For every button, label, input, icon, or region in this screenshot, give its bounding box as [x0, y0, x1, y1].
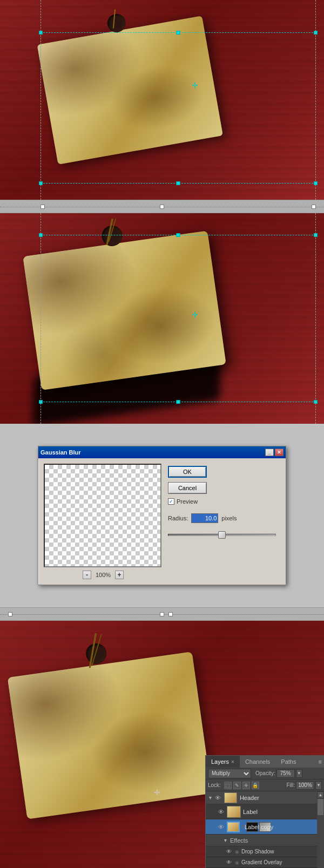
zoom-in-button[interactable]: +	[115, 571, 124, 579]
preview-canvas	[44, 464, 161, 567]
lock-fill-toolbar: Lock: ⬚ ✎ ✛ 🔒 Fill: ▼	[206, 779, 324, 791]
layer-label-copy-eye-icon[interactable]: 👁	[217, 823, 225, 831]
tab-channels[interactable]: Channels	[240, 756, 275, 768]
cancel-button[interactable]: Cancel	[168, 482, 207, 494]
dialog-title: Gaussian Blur	[40, 449, 81, 456]
group-eye-icon[interactable]: 👁	[214, 794, 222, 802]
opacity-control: Opacity: ▼	[255, 769, 302, 778]
zoom-label: 100%	[96, 572, 111, 578]
effect-drop-shadow-eye[interactable]: 👁	[225, 848, 233, 856]
layer-label-thumb	[227, 806, 241, 818]
blend-opacity-toolbar: Multiply Opacity: ▼	[206, 768, 324, 779]
dialog-content: - 100% + OK Cancel ✓ Preview Radius: pix…	[38, 458, 286, 585]
effects-label: Effects	[230, 837, 248, 844]
layer-label-name: Label	[243, 809, 322, 815]
layer-label-copy-thumb	[227, 822, 240, 832]
radius-slider-track	[168, 534, 276, 536]
effect-gradient-eye[interactable]: 👁	[225, 859, 233, 866]
separator-2	[0, 607, 324, 621]
fill-control: Fill: ▼	[286, 781, 322, 790]
lock-position-icon[interactable]: ✛	[242, 782, 250, 789]
layer-label-copy-name: Label copy	[245, 824, 273, 830]
layer-item-label[interactable]: 👁 Label	[206, 804, 324, 819]
opacity-arrow[interactable]: ▼	[296, 769, 302, 778]
opacity-label: Opacity:	[255, 770, 275, 776]
scroll-up-arrow[interactable]: ▲	[317, 791, 324, 798]
layers-tabs: Layers × Channels Paths ≡	[206, 756, 324, 768]
dialog-controls: OK Cancel ✓ Preview Radius: pixels	[168, 464, 280, 579]
zoom-out-button[interactable]: -	[83, 571, 91, 579]
preview-controls: - 100% +	[44, 571, 163, 579]
radius-label: Radius:	[168, 515, 188, 521]
fill-input[interactable]	[296, 781, 314, 790]
lock-all-icon[interactable]: 🔒	[252, 782, 259, 789]
effect-drop-shadow[interactable]: 👁 ◉ Drop Shadow	[206, 846, 324, 857]
gaussian-blur-dialog: Gaussian Blur _ ✕ - 100% + OK	[38, 446, 286, 585]
group-arrow-icon: ▼	[208, 795, 213, 801]
layer-group-header[interactable]: ▼ 👁 Header	[206, 791, 324, 804]
blend-mode-select[interactable]: Multiply	[208, 769, 251, 778]
effect-gradient-icon: ◉	[235, 860, 239, 865]
effect-drop-shadow-icon: ◉	[235, 849, 239, 855]
group-name: Header	[240, 795, 322, 801]
radius-slider-thumb[interactable]	[218, 531, 226, 539]
dialog-titlebar: Gaussian Blur _ ✕	[38, 446, 286, 458]
layers-panel: Layers × Channels Paths ≡ Multiply Opaci…	[205, 755, 324, 868]
layers-scrollbar[interactable]: ▲ ▼	[317, 791, 324, 868]
lock-image-icon[interactable]: ✎	[233, 782, 241, 789]
slider-container	[168, 532, 280, 538]
group-thumb	[224, 792, 237, 803]
canvas-section-1: ✛	[0, 0, 324, 200]
preview-area: - 100% +	[44, 464, 163, 579]
panel-options-button[interactable]: ≡	[316, 756, 324, 768]
crosshair-3: ✛	[154, 788, 160, 797]
scroll-thumb[interactable]	[318, 799, 323, 815]
effect-gradient-name: Gradient Overlay	[241, 859, 282, 865]
lock-icons: ⬚ ✎ ✛ 🔒	[224, 782, 259, 789]
preview-label: Preview	[177, 498, 198, 505]
effects-arrow-icon: ▼	[223, 838, 228, 843]
effect-gradient-overlay[interactable]: 👁 ◉ Gradient Overlay	[206, 857, 324, 868]
effects-header[interactable]: ▼ Effects	[206, 835, 324, 846]
separator-1	[0, 200, 324, 213]
layers-list: ▼ 👁 Header 👁 Label 👁 ⛓ ⋯ Label copy	[206, 791, 324, 868]
fill-arrow[interactable]: ▼	[315, 781, 322, 790]
fill-label: Fill:	[286, 782, 295, 788]
layer-item-label-copy[interactable]: 👁 ⛓ ⋯ Label copy	[206, 819, 324, 835]
effect-drop-shadow-name: Drop Shadow	[241, 849, 274, 855]
layer-label-eye-icon[interactable]: 👁	[217, 808, 225, 816]
close-button[interactable]: ✕	[275, 449, 284, 456]
canvas-section-3: ✛ Layers × Channels Paths ≡ Multiply	[0, 621, 324, 868]
tab-layers[interactable]: Layers ×	[206, 756, 240, 768]
preview-checkbox[interactable]: ✓ Preview	[168, 498, 280, 505]
ok-button[interactable]: OK	[168, 466, 207, 478]
dialog-section: Gaussian Blur _ ✕ - 100% + OK	[0, 424, 324, 607]
canvas-section-2: ✛	[0, 213, 324, 424]
radius-input[interactable]	[191, 513, 218, 523]
opacity-input[interactable]	[276, 769, 295, 778]
minimize-button[interactable]: _	[265, 449, 274, 456]
radius-row: Radius: pixels	[168, 513, 280, 523]
preview-check-icon[interactable]: ✓	[168, 498, 174, 505]
lock-label: Lock:	[208, 782, 221, 788]
radius-unit: pixels	[221, 515, 237, 521]
titlebar-buttons: _ ✕	[265, 449, 284, 456]
lock-transparent-icon[interactable]: ⬚	[224, 782, 232, 789]
layers-tab-close[interactable]: ×	[231, 759, 234, 765]
tab-paths[interactable]: Paths	[275, 756, 301, 768]
